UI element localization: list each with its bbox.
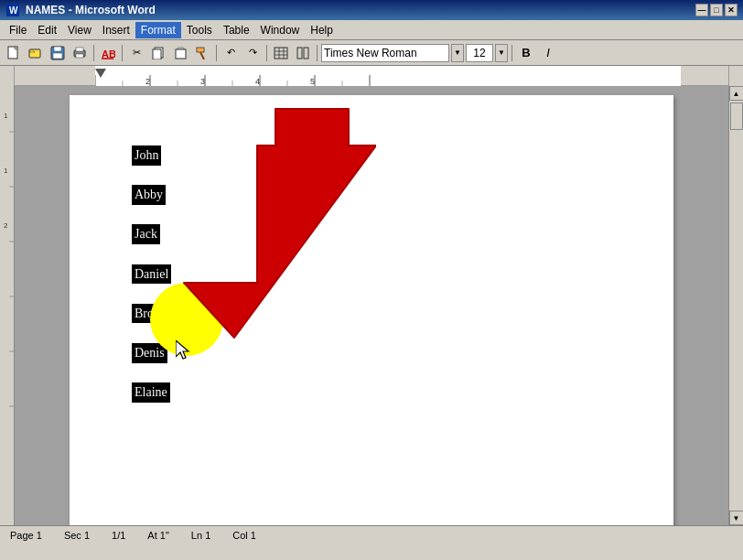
svg-rect-17: [176, 49, 186, 59]
print-button[interactable]: [70, 43, 90, 63]
svg-rect-10: [76, 48, 83, 51]
format-painter-button[interactable]: [192, 43, 212, 63]
bold-button[interactable]: B: [516, 43, 536, 63]
app-icon: W: [5, 3, 20, 17]
menu-window[interactable]: Window: [255, 22, 306, 38]
title-bar: W NAMES - Microsoft Word — □ ✕: [0, 0, 743, 20]
svg-marker-27: [95, 69, 106, 78]
svg-text:1: 1: [4, 167, 8, 175]
window-title: NAMES - Microsoft Word: [26, 4, 695, 16]
svg-text:2: 2: [4, 221, 8, 230]
scroll-down-button[interactable]: ▼: [729, 511, 744, 525]
font-name-text: Times New Roman: [324, 47, 417, 59]
svg-text:5: 5: [310, 77, 315, 86]
menu-file[interactable]: File: [4, 22, 32, 38]
name-item: Jack: [132, 224, 160, 244]
undo-button[interactable]: ↶: [221, 43, 241, 63]
separator-1: [93, 45, 94, 61]
redo-button[interactable]: ↷: [242, 43, 263, 63]
cut-button[interactable]: ✂: [126, 43, 146, 63]
svg-text:3: 3: [200, 77, 205, 86]
svg-line-19: [200, 52, 204, 59]
menu-help[interactable]: Help: [305, 22, 339, 38]
name-item: John: [132, 145, 161, 166]
status-section: Sec 1: [58, 529, 96, 542]
content-area: 1 1 2 JohnAbbyJackDanielBrookeDenisElain…: [0, 86, 743, 525]
svg-text:2: 2: [145, 77, 150, 86]
svg-text:1: 1: [4, 112, 8, 120]
menu-insert[interactable]: Insert: [97, 22, 135, 38]
open-button[interactable]: [26, 43, 46, 63]
svg-rect-8: [53, 53, 62, 59]
name-item: Abby: [132, 185, 166, 205]
font-name-box[interactable]: Times New Roman: [321, 44, 449, 62]
maximize-button[interactable]: □: [710, 4, 723, 16]
name-item: Elaine: [132, 382, 170, 403]
toolbar: ABC ✂ ↶ ↷ Times New Roman ▼ 12 ▼ B I: [0, 40, 743, 66]
menu-edit[interactable]: Edit: [32, 22, 62, 38]
svg-rect-7: [54, 47, 61, 51]
font-name-dropdown[interactable]: ▼: [451, 44, 464, 62]
svg-rect-25: [297, 48, 302, 59]
ruler-area: 2 3 4 5: [0, 66, 743, 86]
separator-5: [317, 45, 318, 61]
svg-text:ABC: ABC: [102, 48, 115, 59]
scroll-thumb[interactable]: [730, 102, 743, 130]
vertical-scrollbar[interactable]: ▲ ▼: [728, 86, 743, 525]
svg-text:W: W: [9, 5, 18, 16]
svg-rect-15: [153, 49, 161, 59]
svg-rect-20: [275, 48, 287, 59]
menu-view[interactable]: View: [62, 22, 97, 38]
menu-bar: File Edit View Insert Format Tools Table…: [0, 20, 743, 40]
spellcheck-button[interactable]: ABC: [98, 43, 118, 63]
minimize-button[interactable]: —: [695, 4, 708, 16]
insert-table-button[interactable]: [271, 43, 291, 63]
paste-button[interactable]: [170, 43, 190, 63]
yellow-highlight: [150, 283, 223, 356]
names-list: JohnAbbyJackDanielBrookeDenisElaine: [132, 145, 175, 422]
menu-table[interactable]: Table: [218, 22, 255, 38]
italic-button[interactable]: I: [538, 43, 558, 63]
status-position: 1/1: [105, 529, 132, 542]
separator-4: [266, 45, 267, 61]
status-ln: Ln 1: [185, 529, 217, 542]
separator-6: [511, 45, 512, 61]
name-item: Daniel: [132, 264, 171, 285]
svg-rect-18: [197, 48, 204, 52]
status-page: Page 1: [4, 529, 48, 542]
status-at: At 1": [141, 529, 176, 542]
scroll-up-button[interactable]: ▲: [729, 86, 744, 101]
menu-tools[interactable]: Tools: [181, 22, 218, 38]
font-size-text: 12: [473, 47, 485, 59]
document-area[interactable]: JohnAbbyJackDanielBrookeDenisElaine: [15, 86, 728, 525]
separator-2: [122, 45, 123, 61]
save-button[interactable]: [48, 43, 68, 63]
font-size-dropdown[interactable]: ▼: [495, 44, 508, 62]
svg-rect-26: [304, 48, 308, 59]
separator-3: [216, 45, 217, 61]
svg-rect-11: [76, 54, 83, 58]
status-bar: Page 1 Sec 1 1/1 At 1" Ln 1 Col 1: [0, 525, 743, 544]
menu-format[interactable]: Format: [135, 22, 181, 38]
status-col: Col 1: [226, 529, 263, 542]
font-size-box[interactable]: 12: [466, 44, 493, 62]
svg-text:4: 4: [255, 77, 260, 86]
copy-button[interactable]: [148, 43, 168, 63]
window-controls[interactable]: — □ ✕: [695, 4, 738, 16]
close-button[interactable]: ✕: [725, 4, 738, 16]
new-button[interactable]: [4, 43, 24, 63]
insert-columns-button[interactable]: [293, 43, 313, 63]
left-ruler: 1 1 2: [0, 86, 15, 525]
